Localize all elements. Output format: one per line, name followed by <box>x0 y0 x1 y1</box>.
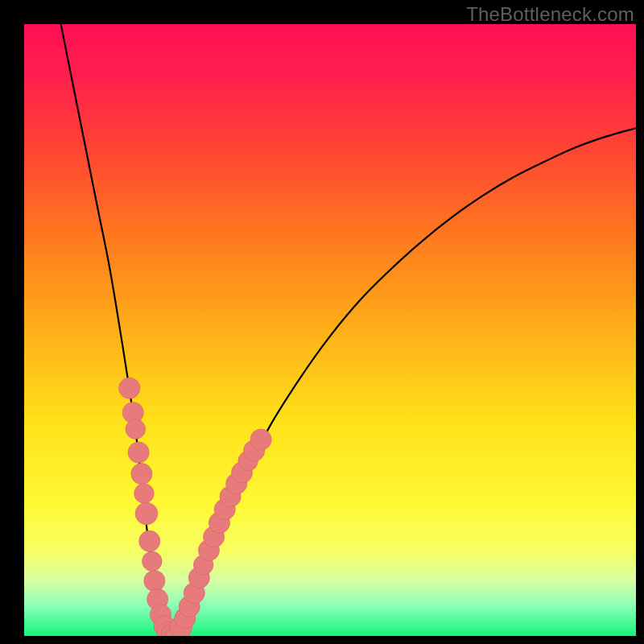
plot-svg <box>24 24 636 636</box>
data-marker <box>126 419 146 440</box>
watermark-text: TheBottleneck.com <box>466 3 634 26</box>
data-marker <box>135 502 158 525</box>
data-marker <box>131 464 152 485</box>
data-marker <box>250 429 271 450</box>
data-marker <box>119 378 140 398</box>
data-marker <box>142 551 163 572</box>
gradient-background <box>24 24 636 636</box>
data-marker <box>128 442 149 463</box>
chart-frame: TheBottleneck.com <box>0 0 644 644</box>
plot-area <box>24 24 636 636</box>
data-marker <box>144 571 165 592</box>
data-marker <box>134 484 155 504</box>
data-marker <box>139 530 160 551</box>
